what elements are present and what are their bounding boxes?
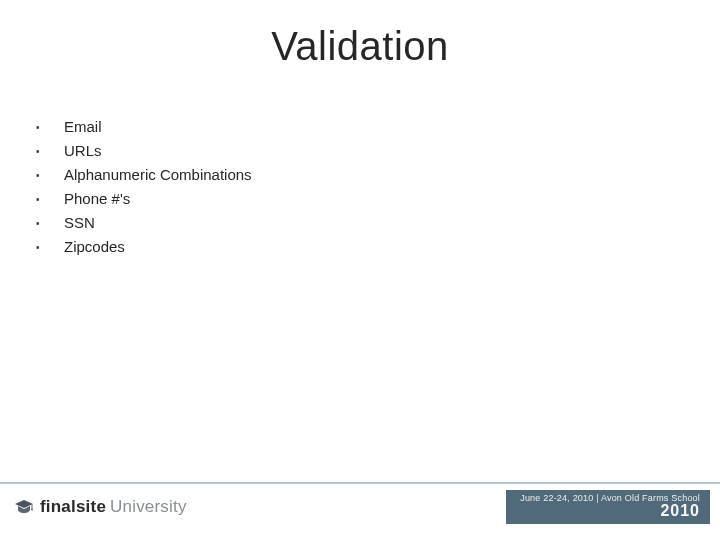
list-item: • Phone #'s xyxy=(36,190,656,207)
list-item: • Zipcodes xyxy=(36,238,656,255)
graduation-cap-icon xyxy=(14,497,34,517)
list-item: • Email xyxy=(36,118,656,135)
brand-subname: University xyxy=(110,497,187,516)
slide-title: Validation xyxy=(0,24,720,69)
bullet-icon: • xyxy=(36,242,64,253)
footer-bar: finalsiteUniversity June 22-24, 2010 | A… xyxy=(0,490,720,524)
list-item: • Alphanumeric Combinations xyxy=(36,166,656,183)
list-item-text: SSN xyxy=(64,214,95,231)
bullet-icon: • xyxy=(36,194,64,205)
event-badge: June 22-24, 2010 | Avon Old Farms School… xyxy=(506,490,710,524)
slide: Validation • Email • URLs • Alphanumeric… xyxy=(0,0,720,540)
list-item-text: Zipcodes xyxy=(64,238,125,255)
event-year: 2010 xyxy=(660,503,700,520)
footer-divider xyxy=(0,482,720,484)
slide-footer: finalsiteUniversity June 22-24, 2010 | A… xyxy=(0,482,720,524)
bullet-icon: • xyxy=(36,122,64,133)
list-item-text: Alphanumeric Combinations xyxy=(64,166,252,183)
brand: finalsiteUniversity xyxy=(14,497,187,517)
brand-name: finalsite xyxy=(40,497,106,516)
list-item-text: URLs xyxy=(64,142,102,159)
bullet-icon: • xyxy=(36,218,64,229)
list-item-text: Phone #'s xyxy=(64,190,130,207)
bullet-icon: • xyxy=(36,146,64,157)
brand-wordmark: finalsiteUniversity xyxy=(40,497,187,517)
list-item-text: Email xyxy=(64,118,102,135)
bullet-icon: • xyxy=(36,170,64,181)
bullet-list: • Email • URLs • Alphanumeric Combinatio… xyxy=(36,118,656,262)
list-item: • URLs xyxy=(36,142,656,159)
svg-point-1 xyxy=(31,509,33,511)
list-item: • SSN xyxy=(36,214,656,231)
